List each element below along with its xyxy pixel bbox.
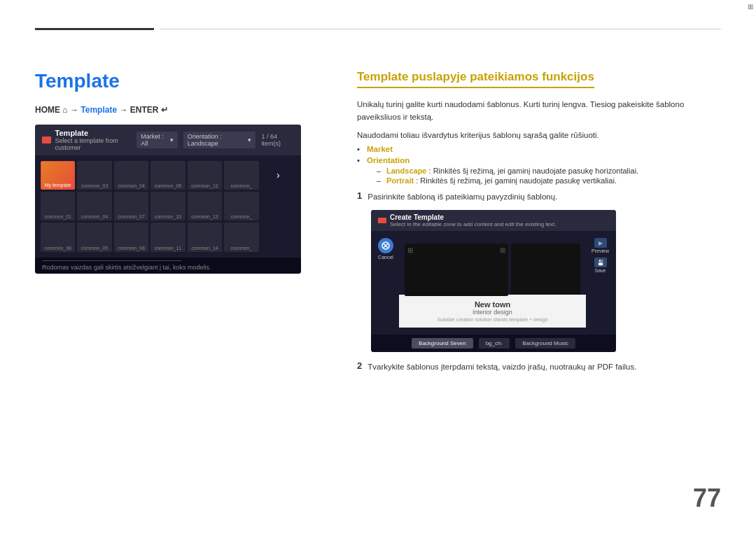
template-grid: My template common_03 common_04 common_0… — [41, 161, 295, 252]
enter-icon: ↵ — [161, 105, 168, 115]
grid-item-8[interactable]: common_07 — [114, 192, 148, 220]
market-chevron-icon: ▾ — [170, 136, 174, 143]
grid-item-7[interactable]: common_04 — [77, 192, 111, 220]
grid-item-label: My template — [45, 183, 71, 188]
footer-tab-bg-seven[interactable]: Background Seven — [412, 338, 473, 349]
bullet-item-orientation: Orientation Landscape : Rinkitės šį reži… — [357, 156, 721, 185]
market-label: Market — [367, 145, 393, 153]
bullet-list: Market Orientation Landscape : Rinkitės … — [357, 145, 721, 185]
grid-item-label: common_14 — [191, 246, 218, 251]
left-controls: Cancel — [378, 238, 393, 260]
zone-side[interactable]: ⊞ — [511, 244, 580, 296]
step-1-number: 1 — [357, 190, 362, 201]
zone-main[interactable]: ⊞ ⊞ — [405, 244, 508, 296]
template-title-area: Template Select a template from customer — [42, 129, 136, 151]
main-content: Template HOME ⌂ → Template → ENTER ↵ Tem… — [35, 70, 721, 381]
landscape-text: : Rinkitės šį režimą, jei gaminį naudoja… — [429, 167, 639, 175]
grid-item-label: common_05 — [81, 246, 108, 251]
grid-item-label: common_04 — [118, 183, 145, 188]
grid-item-my-template[interactable]: My template — [41, 161, 75, 190]
cancel-button-ctrl[interactable]: Cancel — [378, 238, 393, 260]
footer-tab-bg-ch[interactable]: bg_ch- — [479, 338, 510, 349]
grid-item-16[interactable]: common_14 — [188, 223, 222, 251]
template-breadcrumb-link: Template — [80, 105, 117, 115]
step-1-text: Pasirinkite šabloną iš pateikiamų pavyzd… — [368, 190, 557, 203]
grid-item-label: common_09 — [155, 183, 182, 188]
zone-icon: ⊞ — [500, 246, 505, 254]
overlay-title: New town — [413, 300, 572, 309]
create-template-ui: Create Template Select in the editable z… — [371, 210, 616, 352]
grid-item-5[interactable]: common_ — [224, 161, 258, 190]
overlay-subtitle: interior design — [413, 309, 572, 316]
footer-tab-bg-ch-label: bg_ch- — [486, 340, 503, 346]
orientation-dropdown[interactable]: Orientation : Landscape ▾ — [183, 132, 256, 148]
grid-item-12[interactable]: common_08 — [41, 223, 75, 251]
home-label: HOME — [35, 105, 62, 115]
save-button-ctrl[interactable]: 💾 Save — [594, 258, 607, 273]
template-red-icon — [42, 136, 51, 143]
grid-item-6[interactable]: common_01 — [41, 192, 75, 220]
create-template-footer: Background Seven bg_ch- Background Music — [371, 335, 616, 352]
step-2-number: 2 — [357, 360, 362, 371]
description-1: Unikalų turinį galite kurti naudodami ša… — [357, 98, 721, 124]
top-decorative-lines — [35, 28, 721, 30]
template-ui-header: Template Select a template from customer… — [35, 125, 301, 155]
grid-item-2[interactable]: common_04 — [114, 161, 148, 190]
orientation-sub-list: Landscape : Rinkitės šį režimą, jei gami… — [367, 167, 721, 185]
zone-icon-left: ⊞ — [407, 246, 413, 254]
template-count: 1 / 64 item(s) — [261, 133, 294, 147]
orientation-chevron-icon: ▾ — [248, 136, 251, 143]
grid-item-9[interactable]: common_10 — [150, 192, 185, 220]
sub-item-landscape: Landscape : Rinkitės šį režimą, jei gami… — [377, 167, 721, 175]
grid-item-label: common_08 — [118, 246, 145, 251]
footer-note: Rodomas vaizdas gali skirtis atsižvelgia… — [42, 264, 294, 271]
home-icon: ⌂ — [62, 105, 67, 115]
left-column: Template HOME ⌂ → Template → ENTER ↵ Tem… — [35, 70, 329, 381]
next-arrow-icon: › — [276, 169, 280, 181]
bullet-item-market: Market — [357, 145, 721, 153]
template-ui-mockup: Template Select a template from customer… — [35, 125, 301, 274]
orientation-label: Orientation — [367, 156, 410, 164]
save-icon: 💾 — [594, 258, 607, 267]
grid-item-label: common_13 — [191, 214, 218, 219]
step-1: 1 Pasirinkite šabloną iš pateikiamų pavy… — [357, 190, 721, 203]
breadcrumb: HOME ⌂ → Template → ENTER ↵ — [35, 105, 329, 115]
grid-item-label: common_08 — [44, 246, 71, 251]
preview-button-ctrl[interactable]: ▶ Preview — [592, 238, 609, 253]
step-2: 2 Tvarkykite šablonus įterpdami tekstą, … — [357, 360, 721, 373]
preview-zones-container: ⊞ ⊞ ⊞ New town interior design Suitable … — [399, 238, 586, 328]
market-dropdown-label: Market : All — [141, 133, 168, 147]
market-dropdown[interactable]: Market : All ▾ — [136, 132, 178, 148]
grid-item-15[interactable]: common_11 — [150, 223, 185, 251]
footer-separator — [42, 260, 182, 261]
grid-item-17[interactable]: common_ — [224, 223, 258, 251]
orientation-dropdown-label: Orientation : Landscape — [188, 133, 246, 147]
save-label: Save — [595, 268, 606, 273]
grid-item-empty-1 — [261, 192, 295, 220]
grid-item-11[interactable]: common_ — [224, 192, 258, 220]
grid-item-14[interactable]: common_08 — [114, 223, 148, 251]
grid-item-label: common_01 — [44, 214, 71, 219]
create-template-icon — [378, 218, 386, 223]
create-template-title: Create Template — [390, 213, 556, 221]
grid-item-13[interactable]: common_05 — [77, 223, 111, 251]
sort-description: Naudodami toliau išvardytus kriterijus š… — [357, 131, 721, 139]
grid-item-label: common_03 — [81, 183, 108, 188]
template-ui-subtitle: Select a template from customer — [55, 137, 137, 151]
sub-item-portrait: Portrait : Rinkitės šį režimą, jei gamin… — [377, 176, 721, 185]
overlay-desc: Suitable creation solution stands templa… — [413, 317, 572, 322]
preview-zones: ⊞ ⊞ ⊞ — [399, 238, 586, 302]
grid-item-4[interactable]: common_12 — [188, 161, 222, 190]
page-container: Template HOME ⌂ → Template → ENTER ↵ Tem… — [0, 0, 756, 534]
grid-item-3[interactable]: common_09 — [150, 161, 185, 190]
grid-item-label: common_ — [230, 246, 252, 251]
arrow-1: → — [70, 105, 80, 115]
grid-item-1[interactable]: common_03 — [77, 161, 111, 190]
preview-label: Preview — [592, 248, 609, 253]
footer-tab-bg-music[interactable]: Background Music — [515, 338, 575, 349]
arrow-2: → — [119, 105, 130, 115]
enter-label: ENTER — [130, 105, 161, 115]
grid-item-10[interactable]: common_13 — [188, 192, 222, 220]
grid-item-empty-2 — [261, 223, 295, 251]
grid-item-arrow[interactable]: › — [261, 161, 295, 190]
